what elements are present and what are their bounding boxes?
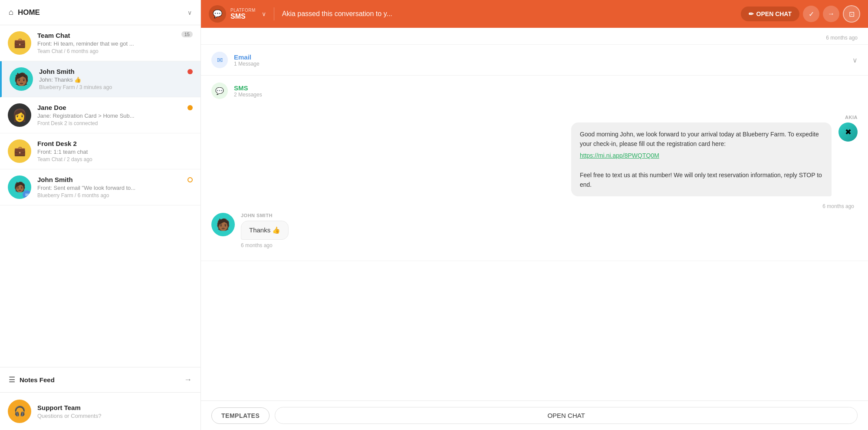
notes-feed-bar[interactable]: ☰ Notes Feed → <box>0 367 201 393</box>
sms-channel-section: 💬 SMS 2 Messages AKIA Good morning John,… <box>201 76 868 261</box>
conv-content: Jane Doe Jane: Registration Card > Home … <box>37 104 193 126</box>
email-channel-section: ✉ Email 1 Message ∨ <box>201 45 868 76</box>
akia-avatar: ✖ <box>838 122 858 142</box>
conversation-item-team-chat[interactable]: 💼 Team Chat Front: Hi team, reminder tha… <box>0 25 201 61</box>
speech-bubble-icon: 💬 <box>213 9 222 19</box>
support-avatar: 🎧 <box>8 400 31 423</box>
user-avatar-button[interactable]: ⊡ <box>843 5 860 23</box>
avatar-face-icon: 🧑🏾 <box>14 72 29 86</box>
sms-icon-wrap: 💬 <box>211 83 228 99</box>
unread-badge-outline <box>187 177 193 182</box>
avatar: 💼 <box>8 31 31 55</box>
avatar-icon: 💼 <box>14 37 26 49</box>
sidebar-home-title: HOME <box>18 8 40 17</box>
unread-badge <box>187 69 193 74</box>
avatar: 💼 <box>8 139 31 163</box>
sidebar-header-left: ⌂ HOME <box>9 8 40 17</box>
outgoing-message: Good morning John, we look forward to yo… <box>211 122 858 196</box>
check-button[interactable]: ✓ <box>803 6 819 22</box>
action-bar: TEMPLATES OPEN CHAT <box>201 400 868 430</box>
platform-label: PLATFORM <box>230 8 256 13</box>
avatar-icon: 💼 <box>14 146 26 157</box>
sms-channel-name: SMS <box>234 84 262 92</box>
conv-name: Front Desk 2 <box>37 140 193 147</box>
conv-content: John Smith John: Thanks 👍 Blueberry Farm… <box>39 68 193 90</box>
incoming-message-bubble: Thanks 👍 <box>241 221 289 240</box>
conv-name: John Smith <box>37 176 193 183</box>
conv-sub: Front Desk 2 is connected <box>37 120 193 126</box>
email-channel-count: 1 Message <box>234 61 260 67</box>
conversation-title: Akia passed this conversation to y... <box>282 10 736 18</box>
sms-channel-info: SMS 2 Messages <box>234 84 262 98</box>
open-chat-button[interactable]: ✏ OPEN CHAT <box>741 7 799 21</box>
outgoing-text-2: Feel free to text us at this number! We … <box>580 172 822 188</box>
arrow-right-icon: → <box>828 10 835 18</box>
platform-name: SMS <box>230 13 256 20</box>
sidebar-chevron-icon[interactable]: ∨ <box>187 9 192 16</box>
avatar-overlay-icon: ✉ <box>23 190 31 199</box>
email-chevron-icon: ∨ <box>852 56 858 64</box>
conversation-item-jane-doe[interactable]: 👩 Jane Doe Jane: Registration Card > Hom… <box>0 97 201 133</box>
templates-button[interactable]: TEMPLATES <box>211 407 270 424</box>
support-sub: Questions or Comments? <box>37 413 101 419</box>
conv-preview: John: Thanks 👍 <box>39 76 193 83</box>
conv-preview: Jane: Registration Card > Home Sub... <box>37 112 193 119</box>
topbar-divider <box>274 7 274 20</box>
conv-sub: Team Chat / 2 days ago <box>37 156 193 162</box>
conversation-list: 💼 Team Chat Front: Hi team, reminder tha… <box>0 25 201 367</box>
platform-chevron-icon: ∨ <box>262 10 266 17</box>
akia-avatar-wrap: ✖ <box>832 122 858 196</box>
sms-channel-header[interactable]: 💬 SMS 2 Messages <box>201 76 868 106</box>
support-team-item[interactable]: 🎧 Support Team Questions or Comments? <box>0 393 201 430</box>
conv-sub: Blueberry Farm / 3 minutes ago <box>39 84 193 90</box>
avatar: 👩 <box>8 103 31 127</box>
unread-badge <box>187 105 193 110</box>
conversation-item-john-smith-2[interactable]: 🧑🏾 ✉ John Smith Front: Sent email "We lo… <box>0 169 201 205</box>
pen-icon: ✏ <box>749 10 754 17</box>
conv-name: Team Chat <box>37 32 193 39</box>
avatar: 🧑🏾 <box>10 67 33 91</box>
avatar-face-icon: 👩 <box>12 108 27 122</box>
platform-text: PLATFORM SMS <box>230 8 256 20</box>
headset-icon: 🎧 <box>14 406 26 417</box>
email-icon: ✉ <box>217 56 223 64</box>
conv-preview: Front: 1:1 team chat <box>37 149 193 155</box>
support-name: Support Team <box>37 404 101 411</box>
conv-sub: Blueberry Farm / 6 months ago <box>37 192 193 198</box>
conv-name: Jane Doe <box>37 104 193 111</box>
email-channel-header[interactable]: ✉ Email 1 Message ∨ <box>201 45 868 75</box>
sms-channel-count: 2 Messages <box>234 92 262 98</box>
outgoing-text-1: Good morning John, we look forward to yo… <box>580 131 819 147</box>
platform-icon-wrap: 💬 <box>209 5 226 23</box>
topbar: 💬 PLATFORM SMS ∨ Akia passed this conver… <box>201 0 868 28</box>
notes-feed-label: Notes Feed <box>20 376 55 384</box>
sidebar-header: ⌂ HOME ∨ <box>0 0 201 25</box>
forward-button[interactable]: → <box>823 6 839 22</box>
sidebar: ⌂ HOME ∨ 💼 Team Chat Front: Hi team, rem… <box>0 0 201 430</box>
notes-icon: ☰ <box>9 375 15 384</box>
topbar-actions: ✏ OPEN CHAT ✓ → ⊡ <box>741 5 860 23</box>
conv-preview: Front: Hi team, reminder that we got ... <box>37 40 193 47</box>
conversation-item-front-desk-2[interactable]: 💼 Front Desk 2 Front: 1:1 team chat Team… <box>0 133 201 169</box>
email-icon-wrap: ✉ <box>211 52 228 68</box>
registration-link[interactable]: https://mi.ni.app/8PWQTQ0M <box>580 151 823 160</box>
conv-sub: Team Chat / 6 months ago <box>37 48 193 54</box>
check-icon: ✓ <box>809 10 814 18</box>
conv-content: John Smith Front: Sent email "We look fo… <box>37 176 193 198</box>
main-area: 💬 PLATFORM SMS ∨ Akia passed this conver… <box>201 0 868 430</box>
conv-count-badge: 15 <box>181 31 193 37</box>
incoming-timestamp: 6 months ago <box>241 242 273 248</box>
platform-selector[interactable]: 💬 PLATFORM SMS ∨ <box>209 5 266 23</box>
conv-name: John Smith <box>39 68 193 75</box>
user-silhouette-icon: ⊡ <box>849 10 855 18</box>
support-content: Support Team Questions or Comments? <box>37 404 101 419</box>
open-chat-main-button[interactable]: OPEN CHAT <box>275 407 858 424</box>
messages-area: AKIA Good morning John, we look forward … <box>201 106 868 261</box>
conv-content: Team Chat Front: Hi team, reminder that … <box>37 32 193 54</box>
chat-area: 6 months ago ✉ Email 1 Message ∨ 💬 <box>201 28 868 400</box>
john-sender-name: JOHN SMITH <box>241 213 273 218</box>
conversation-item-john-smith[interactable]: 🧑🏾 John Smith John: Thanks 👍 Blueberry F… <box>0 61 201 97</box>
email-channel-info: Email 1 Message <box>234 53 260 67</box>
outgoing-message-bubble: Good morning John, we look forward to yo… <box>571 122 832 196</box>
outgoing-timestamp: 6 months ago <box>211 203 858 209</box>
